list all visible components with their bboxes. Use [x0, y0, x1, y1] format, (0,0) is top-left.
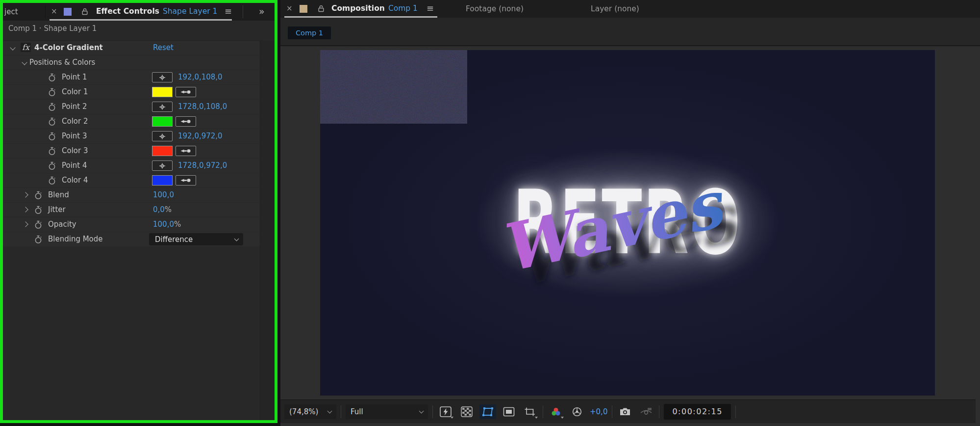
- film-grain-noise: [320, 50, 467, 124]
- stopwatch-icon[interactable]: [34, 235, 42, 246]
- param-suffix: %: [174, 220, 181, 229]
- color-swatch[interactable]: [152, 146, 173, 156]
- composition-panel: × Composition Comp 1 ≡ Footage (none) La…: [280, 0, 980, 426]
- tab-overflow-icon[interactable]: »: [259, 6, 264, 17]
- stopwatch-icon[interactable]: [48, 103, 56, 113]
- param-number: 0,0: [153, 205, 165, 214]
- property-label: Blend: [48, 190, 69, 199]
- twirl-arrow[interactable]: [23, 192, 28, 197]
- transparency-grid-button[interactable]: [458, 404, 475, 419]
- twirl-arrow[interactable]: [10, 45, 15, 50]
- stopwatch-icon[interactable]: [34, 206, 42, 216]
- tab-footage[interactable]: Footage (none): [466, 4, 524, 13]
- stopwatch-icon[interactable]: [48, 73, 56, 84]
- viewer-tab-strip: Comp 1: [280, 18, 980, 46]
- point-picker-button[interactable]: [152, 72, 173, 82]
- tab-target-layer: Shape Layer 1: [163, 7, 217, 16]
- color-swatch[interactable]: [152, 175, 173, 186]
- group-label: Positions & Colors: [29, 58, 95, 67]
- param-value[interactable]: 100,0: [153, 190, 174, 199]
- take-snapshot-button[interactable]: [617, 404, 633, 419]
- color-swatch[interactable]: [152, 87, 173, 97]
- property-row-color: Color 1: [3, 85, 260, 99]
- adjust-exposure-value[interactable]: +0,0: [590, 407, 607, 416]
- point-picker-button[interactable]: [152, 160, 173, 171]
- point-value[interactable]: 1728,0,972,0: [178, 161, 227, 170]
- stopwatch-icon[interactable]: [48, 117, 56, 128]
- magnification-dropdown[interactable]: (74,8%): [284, 404, 336, 419]
- property-row-color: Color 2: [3, 114, 260, 129]
- breadcrumb: Comp 1 · Shape Layer 1: [3, 21, 275, 36]
- param-suffix: %: [165, 205, 172, 214]
- grid-guides-button[interactable]: [522, 404, 538, 419]
- chevron-down-icon: [234, 236, 239, 241]
- stopwatch-icon[interactable]: [48, 176, 56, 187]
- stopwatch-icon[interactable]: [34, 191, 42, 202]
- resolution-value: Full: [351, 407, 363, 416]
- property-label: Point 4: [62, 161, 87, 170]
- eyedropper-button[interactable]: [176, 175, 196, 186]
- eyedropper-button[interactable]: [176, 116, 196, 127]
- stopwatch-icon[interactable]: [48, 132, 56, 143]
- property-label: Color 3: [62, 146, 88, 155]
- viewer-tab-comp-1[interactable]: Comp 1: [288, 27, 331, 39]
- magnification-value: (74,8%): [289, 407, 318, 416]
- color-swatch[interactable]: [152, 116, 173, 127]
- point-value[interactable]: 192,0,972,0: [178, 132, 223, 140]
- reset-exposure-button[interactable]: [569, 404, 585, 419]
- point-value[interactable]: 1728,0,108,0: [178, 102, 227, 111]
- show-snapshot-button[interactable]: [638, 404, 654, 419]
- lock-icon[interactable]: [318, 5, 324, 14]
- param-value[interactable]: 0,0%: [153, 205, 172, 214]
- stopwatch-icon[interactable]: [48, 88, 56, 99]
- twirl-arrow[interactable]: [23, 221, 28, 227]
- tab-target-comp: Comp 1: [388, 4, 418, 13]
- param-number: 100,0: [153, 220, 174, 229]
- property-label: Point 1: [62, 73, 87, 81]
- lock-icon[interactable]: [82, 8, 88, 17]
- effect-property-list: fx 4-Color Gradient Reset Positions & Co…: [3, 40, 260, 246]
- stopwatch-icon[interactable]: [48, 147, 56, 158]
- property-row-point: Point 2 1728,0,108,0: [3, 100, 260, 114]
- current-time-field[interactable]: 0:00:02:15: [664, 404, 730, 420]
- close-tab-icon[interactable]: ×: [286, 4, 293, 13]
- tab-effect-controls[interactable]: Effect Controls Shape Layer 1: [96, 7, 217, 16]
- panel-menu-icon[interactable]: ≡: [427, 3, 434, 13]
- property-label: Blending Mode: [48, 235, 103, 243]
- property-group-row: Positions & Colors: [3, 55, 260, 70]
- mask-shape-visibility-button[interactable]: [479, 404, 496, 419]
- param-value[interactable]: 100,0%: [153, 220, 181, 229]
- blending-mode-dropdown[interactable]: Difference: [149, 233, 243, 245]
- right-panel-tab-strip: × Composition Comp 1 ≡ Footage (none) La…: [280, 0, 980, 18]
- stopwatch-icon[interactable]: [48, 161, 56, 172]
- effect-name[interactable]: 4-Color Gradient: [34, 43, 103, 52]
- reset-link[interactable]: Reset: [153, 43, 174, 52]
- project-tab-partial[interactable]: ject: [4, 7, 18, 16]
- stopwatch-icon[interactable]: [34, 220, 42, 231]
- fast-previews-button[interactable]: [437, 404, 454, 419]
- effect-header-row: fx 4-Color Gradient Reset: [3, 41, 260, 55]
- twirl-arrow[interactable]: [22, 59, 27, 65]
- scrollbar-gutter[interactable]: [260, 40, 275, 420]
- tab-composition[interactable]: Composition Comp 1: [331, 4, 418, 13]
- eyedropper-button[interactable]: [176, 146, 196, 156]
- panel-menu-icon[interactable]: ≡: [225, 6, 232, 16]
- point-value[interactable]: 192,0,108,0: [178, 73, 223, 81]
- point-picker-button[interactable]: [152, 102, 173, 112]
- tab-divider: [45, 5, 46, 18]
- property-row-blending-mode: Blending Mode Difference: [3, 232, 260, 246]
- twirl-arrow[interactable]: [23, 207, 28, 212]
- composition-viewport[interactable]: RETRO Waves Waves: [320, 50, 935, 396]
- close-tab-icon[interactable]: ×: [51, 7, 57, 16]
- property-row-param: Blend 100,0: [3, 188, 260, 202]
- point-picker-button[interactable]: [152, 131, 173, 141]
- toolbar-divider: [659, 405, 659, 418]
- left-panel-tab-strip: ject × Effect Controls Shape Layer 1 ≡ »: [3, 3, 275, 21]
- region-of-interest-button[interactable]: [501, 404, 517, 419]
- resolution-dropdown[interactable]: Full: [346, 404, 428, 419]
- eyedropper-button[interactable]: [176, 87, 196, 97]
- channel-color-management-button[interactable]: [548, 404, 564, 419]
- param-number: 100,0: [153, 190, 174, 199]
- tab-layer[interactable]: Layer (none): [591, 4, 639, 13]
- toolbar-divider: [735, 405, 736, 418]
